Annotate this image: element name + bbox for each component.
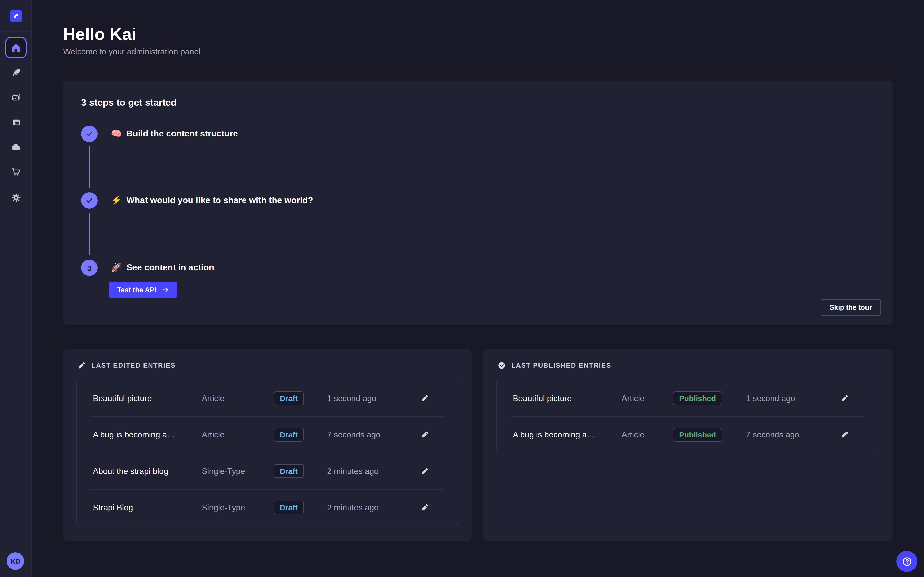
- entry-kind: Article: [622, 430, 673, 439]
- step-3-marker: 3: [81, 259, 97, 276]
- entry-name: Beautiful picture: [93, 394, 202, 403]
- table-row: About the strapi blog Single-Type Draft …: [77, 453, 458, 489]
- media-library-icon: [11, 92, 21, 102]
- strapi-admin-homepage: KD Hello Kai Welcome to your administrat…: [0, 0, 924, 577]
- check-icon: [85, 197, 94, 205]
- strapi-logo-icon: [12, 12, 20, 20]
- gear-icon: [11, 192, 21, 203]
- widget-header: LAST EDITED ENTRIES: [78, 361, 176, 370]
- entry-kind: Article: [202, 430, 274, 439]
- pencil-icon: [420, 503, 429, 512]
- question-mark-icon: [901, 556, 913, 567]
- last-published-entries-widget: LAST PUBLISHED ENTRIES Beautiful picture…: [483, 349, 893, 541]
- avatar-initials: KD: [11, 557, 20, 565]
- entry-kind: Single-Type: [202, 466, 274, 476]
- last-edited-entries-widget: LAST EDITED ENTRIES Beautiful picture Ar…: [63, 349, 472, 541]
- status-badge: Draft: [274, 391, 304, 405]
- edit-entry-button[interactable]: [838, 392, 851, 405]
- sidebar-divider-bottom: [0, 548, 31, 548]
- check-icon: [85, 130, 94, 138]
- status-badge: Published: [673, 391, 722, 405]
- entry-name: Strapi Blog: [93, 503, 202, 512]
- user-avatar[interactable]: KD: [6, 552, 24, 570]
- page-title: Hello Kai: [63, 25, 137, 44]
- help-button[interactable]: [896, 551, 918, 572]
- widget-header: LAST PUBLISHED ENTRIES: [498, 361, 611, 370]
- pencil-icon: [840, 430, 849, 439]
- sidebar-item-content-manager[interactable]: [5, 61, 27, 83]
- entry-time: 1 second ago: [327, 394, 418, 403]
- widget-title: LAST EDITED ENTRIES: [91, 362, 176, 369]
- step-3-emoji: 🚀: [111, 261, 122, 274]
- tour-title: 3 steps to get started: [81, 97, 176, 108]
- pencil-icon: [840, 394, 849, 403]
- guided-tour-card: 3 steps to get started 🧠 Build the conte…: [63, 81, 893, 325]
- entry-time: 7 seconds ago: [746, 430, 838, 439]
- main-navigation-sidebar: KD: [0, 0, 32, 577]
- step-2-emoji: ⚡: [111, 194, 122, 207]
- step-1-marker: [81, 126, 97, 142]
- table-row: Beautiful picture Article Published 1 se…: [497, 380, 878, 416]
- sidebar-item-cloud[interactable]: [5, 137, 27, 158]
- sidebar-item-home[interactable]: [5, 37, 27, 58]
- entry-name: A bug is becoming a…: [93, 430, 202, 439]
- status-badge: Draft: [274, 428, 304, 442]
- status-badge: Draft: [274, 501, 304, 514]
- sidebar-item-marketplace[interactable]: [5, 161, 27, 182]
- check-circle-icon: [498, 361, 506, 370]
- step-connector-2: [89, 213, 90, 255]
- entry-kind: Single-Type: [202, 503, 274, 512]
- content-type-builder-icon: [11, 117, 21, 127]
- table-row: Beautiful picture Article Draft 1 second…: [77, 380, 458, 416]
- edit-entry-button[interactable]: [418, 428, 431, 442]
- entry-kind: Article: [622, 394, 673, 403]
- feather-pen-icon: [11, 67, 21, 78]
- sidebar-item-media-library[interactable]: [5, 86, 27, 108]
- arrow-right-icon: [162, 286, 169, 293]
- edit-entry-button[interactable]: [418, 392, 431, 405]
- sidebar-divider: [0, 31, 31, 32]
- skip-the-tour-button[interactable]: Skip the tour: [821, 299, 880, 316]
- entry-name: About the strapi blog: [93, 466, 202, 476]
- step-2-label: ⚡ What would you like to share with the …: [111, 194, 313, 207]
- step-1-label: 🧠 Build the content structure: [111, 127, 238, 140]
- strapi-logo[interactable]: [10, 10, 22, 22]
- last-edited-table: Beautiful picture Article Draft 1 second…: [76, 380, 459, 525]
- table-row: Strapi Blog Single-Type Draft 2 minutes …: [77, 489, 458, 526]
- sidebar-item-settings[interactable]: [5, 187, 27, 208]
- sidebar-item-content-type-builder[interactable]: [5, 111, 27, 133]
- pencil-icon: [420, 430, 429, 439]
- pencil-icon: [420, 394, 429, 403]
- entry-kind: Article: [202, 394, 274, 403]
- edit-entry-button[interactable]: [418, 464, 431, 478]
- last-published-table: Beautiful picture Article Published 1 se…: [496, 380, 878, 452]
- pencil-icon: [420, 467, 429, 475]
- step-connector-1: [89, 146, 90, 188]
- cloud-icon: [10, 142, 21, 153]
- entry-name: A bug is becoming a…: [513, 430, 622, 439]
- entry-time: 1 second ago: [746, 394, 838, 403]
- step-2-marker: [81, 192, 97, 209]
- step-3-label: 🚀 See content in action: [111, 261, 214, 274]
- page-subtitle: Welcome to your administration panel: [63, 47, 200, 56]
- step-1-emoji: 🧠: [111, 127, 122, 140]
- edit-entry-button[interactable]: [838, 428, 851, 442]
- table-row: A bug is becoming a… Article Draft 7 sec…: [77, 416, 458, 453]
- test-the-api-button[interactable]: Test the API: [109, 282, 177, 298]
- home-icon: [10, 42, 21, 53]
- table-row: A bug is becoming a… Article Published 7…: [497, 416, 878, 453]
- entry-time: 2 minutes ago: [327, 503, 418, 512]
- entry-name: Beautiful picture: [513, 394, 622, 403]
- entry-time: 7 seconds ago: [327, 430, 418, 439]
- status-badge: Draft: [274, 464, 304, 478]
- shopping-cart-icon: [11, 166, 21, 177]
- pencil-icon: [78, 361, 86, 370]
- edit-entry-button[interactable]: [418, 501, 431, 514]
- entry-time: 2 minutes ago: [327, 466, 418, 476]
- widget-title: LAST PUBLISHED ENTRIES: [511, 362, 611, 369]
- status-badge: Published: [673, 428, 722, 442]
